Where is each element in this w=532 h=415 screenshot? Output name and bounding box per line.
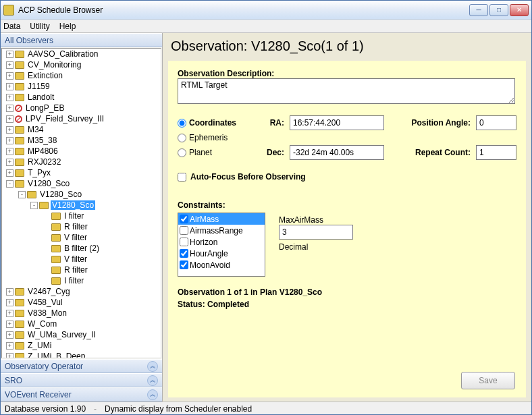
tree-label: Landolt	[26, 92, 55, 102]
tree-label: CV_Monitoring	[26, 60, 82, 70]
accordion-voevent[interactable]: VOEvent Receiver ︽	[1, 387, 162, 402]
accordion-sro[interactable]: SRO ︽	[1, 373, 162, 387]
close-button[interactable]: ✕	[510, 4, 529, 16]
constraint-param-input[interactable]	[279, 225, 353, 240]
coordinates-label: Coordinates	[189, 118, 236, 128]
accordion-observatory-operator[interactable]: Observatory Operator ︽	[1, 359, 162, 373]
expand-icon[interactable]: +	[6, 51, 14, 58]
folder-icon	[51, 245, 61, 252]
tree-row[interactable]: +J1159	[2, 81, 161, 92]
description-input[interactable]: RTML Target	[178, 78, 515, 104]
tree-row[interactable]: +LPV_Field_Survey_III	[2, 113, 161, 124]
tree-row[interactable]: +Z_UMi_B_Deep	[2, 351, 161, 358]
tree-row[interactable]: +Extinction	[2, 70, 161, 81]
tree-row[interactable]: -V1280_Sco	[2, 178, 161, 189]
constraint-label: MoonAvoid	[190, 260, 230, 270]
tree-row[interactable]: V filter	[2, 254, 161, 265]
tree-row[interactable]: +V838_Mon	[2, 308, 161, 319]
tree-label: I filter	[63, 211, 85, 221]
menu-data[interactable]: Data	[3, 22, 20, 31]
tree-row[interactable]: +M34	[2, 124, 161, 135]
tree-row[interactable]: I filter	[2, 211, 161, 221]
constraint-label: Horizon	[190, 238, 217, 247]
constraints-listbox[interactable]: AirMassAirmassRangeHorizonHourAngleMoonA…	[178, 213, 265, 277]
constraint-item[interactable]: HourAngle	[178, 248, 265, 259]
tree-row[interactable]: +M35_38	[2, 135, 161, 146]
planet-radio[interactable]	[178, 148, 186, 157]
collapse-icon[interactable]: -	[18, 191, 26, 198]
expand-icon[interactable]: +	[6, 169, 14, 177]
folder-icon	[15, 299, 24, 306]
constraint-item[interactable]: MoonAvoid	[178, 259, 265, 271]
folder-icon	[15, 180, 24, 188]
tree-row[interactable]: R filter	[2, 265, 161, 275]
tree-row[interactable]: -V1280_Sco	[2, 200, 161, 211]
folder-icon	[51, 223, 61, 231]
tree-row[interactable]: -V1280_Sco	[2, 189, 161, 200]
tree-row[interactable]: +AAVSO_Calibration	[2, 49, 161, 59]
expand-icon[interactable]: +	[6, 126, 14, 134]
constraint-checkbox[interactable]	[180, 226, 188, 235]
expand-icon[interactable]: +	[6, 105, 14, 112]
noaccess-icon	[15, 105, 22, 112]
constraint-checkbox[interactable]	[180, 238, 188, 246]
tree-row[interactable]: +CV_Monitoring	[2, 59, 161, 70]
constraint-checkbox[interactable]	[180, 249, 188, 258]
expand-icon[interactable]: +	[6, 94, 14, 101]
expand-icon[interactable]: +	[6, 342, 14, 350]
tree-row[interactable]: R filter	[2, 221, 161, 232]
tree-row[interactable]: +T_Pyx	[2, 167, 161, 178]
constraint-checkbox[interactable]	[180, 260, 188, 269]
tree-row[interactable]: B filter (2)	[2, 243, 161, 254]
expand-icon[interactable]: +	[6, 321, 14, 328]
expand-icon[interactable]: +	[6, 331, 14, 339]
tree-row[interactable]: +V458_Vul	[2, 297, 161, 308]
planet-label: Planet	[189, 148, 212, 157]
menu-utility[interactable]: Utility	[30, 22, 49, 31]
tree-row[interactable]: +Z_UMi	[2, 340, 161, 351]
coordinates-radio[interactable]	[178, 119, 186, 128]
save-button[interactable]: Save	[461, 372, 515, 389]
expand-icon[interactable]: +	[6, 115, 14, 123]
tree-label: R filter	[63, 265, 89, 275]
tree-row[interactable]: +W_UMa_Survey_II	[2, 329, 161, 340]
folder-icon	[15, 94, 24, 101]
constraint-item[interactable]: AirMass	[178, 213, 265, 225]
collapse-icon[interactable]: -	[6, 180, 14, 188]
ra-input[interactable]	[290, 115, 384, 130]
expand-icon[interactable]: +	[6, 72, 14, 80]
collapse-icon[interactable]: -	[30, 202, 38, 209]
ephemeris-radio[interactable]	[178, 134, 186, 142]
tree-row[interactable]: +MP4806	[2, 146, 161, 157]
expand-icon[interactable]: +	[6, 61, 14, 69]
constraint-item[interactable]: AirmassRange	[178, 225, 265, 236]
tree-row[interactable]: +LongP_EB	[2, 103, 161, 113]
expand-icon[interactable]: +	[6, 83, 14, 90]
expand-icon[interactable]: +	[6, 299, 14, 306]
tree-row[interactable]: I filter	[2, 275, 161, 286]
constraint-checkbox[interactable]	[180, 215, 188, 223]
repeat-count-input[interactable]	[476, 145, 516, 160]
tree-row[interactable]: +RXJ0232	[2, 157, 161, 167]
expand-icon[interactable]: +	[6, 137, 14, 144]
maximize-button[interactable]: □	[489, 4, 508, 16]
expand-icon[interactable]: +	[6, 310, 14, 317]
constraint-item[interactable]: Horizon	[178, 236, 265, 248]
expand-icon[interactable]: +	[6, 159, 14, 166]
repeat-count-label: Repeat Count:	[390, 148, 471, 157]
expand-icon[interactable]: +	[6, 148, 14, 155]
menu-help[interactable]: Help	[59, 22, 76, 31]
observer-tree[interactable]: +AAVSO_Calibration+CV_Monitoring+Extinct…	[1, 48, 161, 358]
tree-row[interactable]: +V2467_Cyg	[2, 286, 161, 297]
accordion-all-observers[interactable]: All Observers	[1, 33, 162, 47]
dec-input[interactable]	[290, 145, 384, 160]
minimize-button[interactable]: ─	[469, 4, 488, 16]
expand-icon[interactable]: +	[6, 353, 14, 359]
autofocus-checkbox[interactable]	[178, 173, 186, 182]
tree-row[interactable]: +W_Com	[2, 319, 161, 329]
folder-icon	[15, 331, 24, 339]
tree-row[interactable]: +Landolt	[2, 92, 161, 103]
expand-icon[interactable]: +	[6, 288, 14, 296]
position-angle-input[interactable]	[476, 115, 516, 130]
tree-row[interactable]: V filter	[2, 232, 161, 243]
